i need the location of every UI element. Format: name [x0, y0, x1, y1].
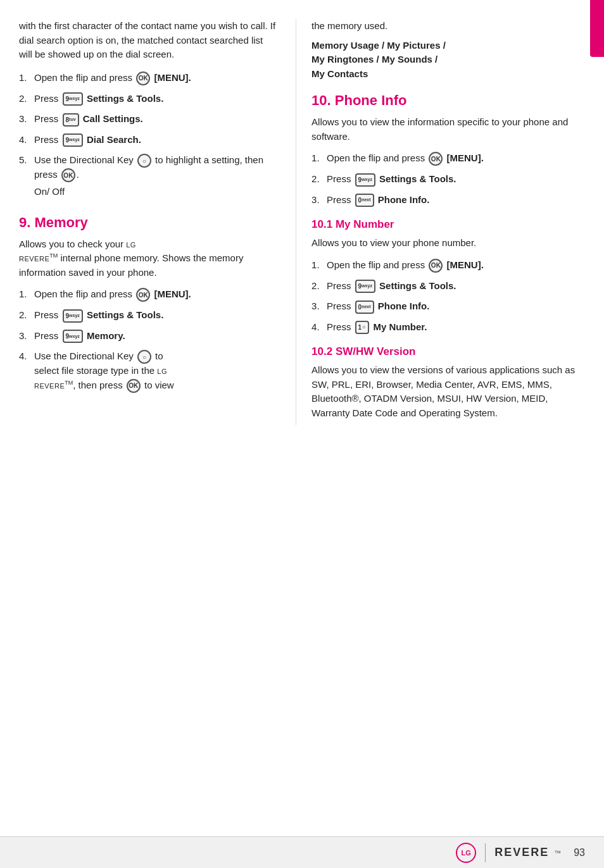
- mn-step-1-content: Open the flip and press OK [MENU].: [327, 258, 585, 273]
- intro-paragraph: with the first character of the contact …: [19, 19, 277, 62]
- step-3-content: Press 8tuv Call Settings.: [34, 112, 277, 127]
- ok-button-icon-3: OK: [136, 288, 150, 302]
- section-10-1-description: Allows you to view your phone number.: [311, 236, 585, 251]
- mn-step-3-content: Press 0next Phone Info.: [327, 299, 585, 314]
- mem-step-3: 3. Press 9wxyz Memory.: [19, 329, 277, 344]
- step-3: 3. Press 8tuv Call Settings.: [19, 112, 277, 127]
- mem-step-2-num: 2.: [19, 308, 34, 323]
- 8tuv-key-icon: 8tuv: [63, 113, 79, 127]
- footer: LG REVERE ™ 93: [0, 836, 604, 868]
- 9wxyz-key-icon-4: 9wxyz: [63, 330, 83, 343]
- lg-text: LGREVERE: [19, 241, 136, 263]
- on-off-label: On/ Off: [34, 185, 65, 199]
- 9wxyz-key-icon: 9wxyz: [63, 92, 83, 106]
- directional-key-icon-2: ○: [137, 350, 151, 364]
- pi-step-1-content: Open the flip and press OK [MENU].: [327, 151, 585, 166]
- step-5: 5. Use the Directional Key ○ to highligh…: [19, 153, 277, 199]
- step-2-num: 2.: [19, 92, 34, 106]
- section-10-2-heading: 10.2 SW/HW Version: [311, 345, 585, 358]
- ok-button-icon: OK: [136, 71, 150, 85]
- content-area: with the first character of the contact …: [0, 0, 604, 444]
- mn-step-1: 1. Open the flip and press OK [MENU].: [311, 258, 585, 273]
- mem-step-4-num: 4.: [19, 349, 34, 364]
- pi-step-2-num: 2.: [311, 172, 327, 187]
- 9wxyz-key-icon-3: 9wxyz: [63, 309, 83, 323]
- memory-steps: 1. Open the flip and press OK [MENU]. 2.…: [19, 287, 277, 398]
- mn-step-2-content: Press 9wxyz Settings & Tools.: [327, 279, 585, 294]
- lg-logo-text: LG: [462, 849, 471, 857]
- pi-step-3-num: 3.: [311, 193, 327, 208]
- right-col-top: the memory used. Memory Usage / My Pictu…: [311, 19, 585, 81]
- section-10-2: 10.2 SW/HW Version Allows you to view th…: [311, 345, 585, 420]
- tm-footer: ™: [554, 849, 561, 857]
- left-column: with the first character of the contact …: [19, 19, 296, 425]
- mem-step-4: 4. Use the Directional Key ○ to select f…: [19, 349, 277, 398]
- 1abc-key-icon: 1☺: [355, 321, 370, 334]
- phone-info-steps: 1. Open the flip and press OK [MENU]. 2.…: [311, 151, 585, 207]
- mem-step-1-num: 1.: [19, 287, 34, 302]
- tm-symbol: TM: [49, 252, 58, 259]
- 0next-key-icon: 0next: [355, 194, 374, 207]
- pi-step-2-content: Press 9wxyz Settings & Tools.: [327, 172, 585, 187]
- footer-divider: [485, 843, 486, 862]
- step-1: 1. Open the flip and press OK [MENU].: [19, 71, 277, 85]
- mn-step-4-num: 4.: [311, 320, 327, 335]
- step-5-num: 5.: [19, 153, 34, 168]
- ok-button-icon-4: OK: [127, 379, 141, 393]
- step-2-content: Press 9wxyz Settings & Tools.: [34, 92, 277, 106]
- mem-step-4-content: Use the Directional Key ○ to: [34, 349, 163, 364]
- top-text-line: the memory used.: [311, 19, 585, 34]
- ok-button-icon-6: OK: [429, 259, 443, 273]
- dial-search-steps: 1. Open the flip and press OK [MENU]. 2.…: [19, 71, 277, 199]
- right-column: the memory used. Memory Usage / My Pictu…: [296, 19, 585, 425]
- mn-step-4-content: Press 1☺ My Number.: [327, 320, 585, 335]
- mn-step-1-num: 1.: [311, 258, 327, 273]
- page: with the first character of the contact …: [0, 0, 604, 868]
- mem-step-1: 1. Open the flip and press OK [MENU].: [19, 287, 277, 302]
- mn-step-2-num: 2.: [311, 279, 327, 294]
- step-1-num: 1.: [19, 71, 34, 85]
- mem-step-3-content: Press 9wxyz Memory.: [34, 329, 277, 344]
- step-4: 4. Press 9wxyz Dial Search.: [19, 133, 277, 147]
- section-10-2-description: Allows you to view the versions of vario…: [311, 363, 585, 420]
- my-number-steps: 1. Open the flip and press OK [MENU]. 2.…: [311, 258, 585, 335]
- 9wxyz-key-icon-5: 9wxyz: [355, 173, 375, 187]
- section-10-heading: 10. Phone Info: [311, 92, 585, 109]
- bold-memory-items: Memory Usage / My Pictures /My Ringtones…: [311, 39, 585, 82]
- pi-step-2: 2. Press 9wxyz Settings & Tools.: [311, 172, 585, 187]
- pi-step-1-num: 1.: [311, 151, 327, 166]
- pi-step-3: 3. Press 0next Phone Info.: [311, 193, 585, 208]
- 9wxyz-key-icon-2: 9wxyz: [63, 133, 83, 147]
- lg-logo-circle: LG: [456, 843, 476, 863]
- mem-step-4-indent: select file storage type in the LGREVERE…: [34, 364, 174, 393]
- mn-step-4: 4. Press 1☺ My Number.: [311, 320, 585, 335]
- section-10-1-heading: 10.1 My Number: [311, 218, 585, 231]
- revere-brand-text: REVERE: [494, 846, 549, 859]
- step-4-content: Press 9wxyz Dial Search.: [34, 133, 277, 147]
- pi-step-3-content: Press 0next Phone Info.: [327, 193, 585, 208]
- ok-button-icon-5: OK: [429, 152, 443, 166]
- pi-step-1: 1. Open the flip and press OK [MENU].: [311, 151, 585, 166]
- page-number: 93: [574, 847, 585, 859]
- mn-step-3-num: 3.: [311, 299, 327, 314]
- step-4-num: 4.: [19, 133, 34, 147]
- directional-key-icon: ○: [137, 154, 151, 168]
- ok-button-icon-2: OK: [61, 168, 75, 182]
- mn-step-3: 3. Press 0next Phone Info.: [311, 299, 585, 314]
- 0next-key-icon-2: 0next: [355, 301, 374, 314]
- step-1-content: Open the flip and press OK [MENU].: [34, 71, 277, 85]
- pink-tab-decoration: [590, 0, 604, 57]
- section-10-1: 10.1 My Number Allows you to view your p…: [311, 218, 585, 334]
- tm-symbol-2: TM: [65, 380, 73, 386]
- step-5-content: Use the Directional Key ○ to highlight a…: [34, 153, 277, 182]
- section-9-description: Allows you to check your LGREVERETM inte…: [19, 237, 277, 280]
- mem-step-2: 2. Press 9wxyz Settings & Tools.: [19, 308, 277, 323]
- mem-step-1-content: Open the flip and press OK [MENU].: [34, 287, 277, 302]
- section-9: 9. Memory Allows you to check your LGREV…: [19, 214, 277, 398]
- step-3-num: 3.: [19, 112, 34, 127]
- section-10: 10. Phone Info Allows you to view the in…: [311, 92, 585, 207]
- step-2: 2. Press 9wxyz Settings & Tools.: [19, 92, 277, 106]
- mem-step-2-content: Press 9wxyz Settings & Tools.: [34, 308, 277, 323]
- 9wxyz-key-icon-6: 9wxyz: [355, 280, 375, 293]
- mem-step-3-num: 3.: [19, 329, 34, 344]
